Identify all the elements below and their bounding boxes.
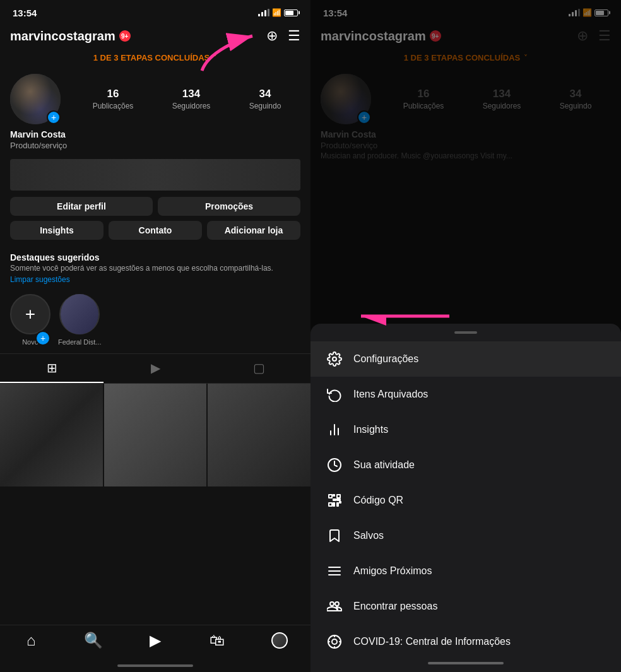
reels-nav-icon-left: ▶ <box>150 632 161 649</box>
profile-info-left: Marvin Costa Produto/serviço <box>0 129 310 155</box>
profile-stats-left: 16 Publicações 134 Seguidores 34 Seguind… <box>73 88 300 110</box>
settings-icon <box>326 350 343 368</box>
post-tabs-left: ⊞ ▶ ▢ <box>0 353 310 384</box>
avatar-add-btn-left[interactable]: + <box>47 110 61 124</box>
username-text-left: marvincostagram <box>10 29 115 44</box>
profile-bio-blurred-left <box>10 159 300 191</box>
highlights-title-left: Destaques sugeridos <box>10 252 300 262</box>
covid-icon <box>326 633 343 651</box>
post-cell-2-left[interactable] <box>104 384 207 486</box>
menu-item-activity[interactable]: Sua atividade <box>310 447 621 483</box>
highlight-federal-label-left: Federal Dist... <box>58 338 101 346</box>
right-phone-screen: 13:54 📶 marvincostagram 9+ ⊕ ☰ 1 DE 3 ET… <box>310 0 621 672</box>
nav-home-left[interactable]: ⌂ <box>0 632 62 649</box>
menu-handle-right <box>454 331 477 334</box>
nav-avatar-left <box>271 632 288 649</box>
menu-item-close-friends[interactable]: Amigos Próximos <box>310 553 621 589</box>
stat-followers-left: 134 Seguidores <box>172 88 211 110</box>
menu-item-qr[interactable]: Código QR <box>310 483 621 518</box>
highlight-add-circle-left: + <box>10 294 50 334</box>
highlight-federal-img-left <box>61 294 98 334</box>
nav-search-left[interactable]: 🔍 <box>62 632 124 649</box>
action-buttons-row1-left: Editar perfil Promoções <box>0 197 310 221</box>
avatar-wrapper-left: + <box>10 74 61 124</box>
menu-item-saved[interactable]: Salvos <box>310 518 621 553</box>
highlight-new-left[interactable]: + Novo <box>10 294 50 346</box>
search-icon-left: 🔍 <box>84 632 103 649</box>
edit-profile-btn-left[interactable]: Editar perfil <box>10 197 153 216</box>
highlights-subtitle-left: Somente você poderá ver as sugestões a m… <box>10 264 300 273</box>
stat-publications-left: 16 Publicações <box>93 88 134 110</box>
home-indicator-right <box>428 662 504 664</box>
svg-rect-11 <box>337 499 340 500</box>
svg-rect-10 <box>333 499 336 500</box>
wifi-icon-left: 📶 <box>272 8 281 17</box>
grid-icon-left: ⊞ <box>47 360 57 375</box>
archive-icon <box>326 386 343 403</box>
highlight-new-label-left: Novo <box>22 338 38 346</box>
menu-item-qr-label: Código QR <box>353 495 403 506</box>
post-grid-left <box>0 384 310 625</box>
menu-overlay-right: Configurações Itens Arquivados Insigh <box>310 324 621 672</box>
post-tab-grid-left[interactable]: ⊞ <box>0 354 104 383</box>
home-icon-left: ⌂ <box>27 632 36 649</box>
notification-badge-left: 9+ <box>119 30 131 42</box>
menu-item-activity-label: Sua atividade <box>353 459 415 471</box>
highlights-header-left: Destaques sugeridos Somente você poderá … <box>0 247 310 286</box>
post-tab-tagged-left[interactable]: ▢ <box>207 354 310 383</box>
menu-item-covid-label: COVID-19: Central de Informações <box>353 636 511 647</box>
promotions-btn-left[interactable]: Promoções <box>158 197 300 216</box>
menu-item-saved-label: Salvos <box>353 530 384 541</box>
post-cell-1-left[interactable] <box>0 384 103 486</box>
ig-header-left: marvincostagram 9+ ⊕ ☰ <box>0 23 310 49</box>
tagged-icon-left: ▢ <box>253 360 265 377</box>
shop-icon-left: 🛍 <box>210 632 225 649</box>
menu-item-archive[interactable]: Itens Arquivados <box>310 377 621 412</box>
nav-reels-left[interactable]: ▶ <box>124 632 186 649</box>
nav-shop-left[interactable]: 🛍 <box>186 632 248 649</box>
status-time-left: 13:54 <box>13 8 37 18</box>
stat-following-left: 34 Seguindo <box>249 88 281 110</box>
svg-rect-7 <box>337 495 340 498</box>
menu-item-find-people[interactable]: Encontrar pessoas <box>310 589 621 624</box>
hamburger-icon-left[interactable]: ☰ <box>288 28 300 44</box>
svg-rect-13 <box>337 503 338 506</box>
username-left: marvincostagram 9+ <box>10 29 131 44</box>
menu-item-covid[interactable]: COVID-19: Central de Informações <box>310 624 621 659</box>
stat-number-2-left: 34 <box>259 88 271 100</box>
highlight-federal-left[interactable]: Federal Dist... <box>58 294 101 346</box>
menu-item-archive-label: Itens Arquivados <box>353 389 428 400</box>
highlights-link-left[interactable]: Limpar sugestões <box>10 275 300 284</box>
post-cell-3-left[interactable] <box>208 384 310 486</box>
svg-rect-8 <box>329 503 332 506</box>
menu-item-insights[interactable]: Insights <box>310 412 621 447</box>
saved-icon <box>326 527 343 545</box>
stat-number-1-left: 134 <box>182 88 200 100</box>
home-indicator-left <box>117 664 193 667</box>
left-phone-screen: 13:54 📶 marvincostagram 9+ ⊕ ☰ 1 DE 3 ET… <box>0 0 310 672</box>
signal-icon-left <box>258 9 269 16</box>
reels-icon-left: ▶ <box>151 360 160 377</box>
insights-btn-left[interactable]: Insights <box>10 221 104 240</box>
menu-item-settings[interactable]: Configurações <box>310 341 621 377</box>
steps-banner-left[interactable]: 1 DE 3 ETAPAS CONCLUÍDAS ˅ <box>0 49 310 66</box>
contact-btn-left[interactable]: Contato <box>109 221 202 240</box>
activity-icon <box>326 456 343 474</box>
svg-rect-6 <box>329 495 332 498</box>
menu-item-settings-label: Configurações <box>353 353 418 365</box>
add-store-btn-left[interactable]: Adicionar loja <box>207 221 300 240</box>
close-friends-icon <box>326 562 343 580</box>
svg-point-19 <box>332 639 337 644</box>
profile-name-left: Marvin Costa <box>10 129 300 139</box>
stat-label-2-left: Seguindo <box>249 102 281 110</box>
profile-category-left: Produto/serviço <box>10 141 300 150</box>
post-tab-reels-left[interactable]: ▶ <box>104 354 207 383</box>
highlights-scroll-left: + Novo Federal Dist... <box>0 286 310 353</box>
steps-text-left: 1 DE 3 ETAPAS CONCLUÍDAS <box>93 53 210 62</box>
stat-label-0-left: Publicações <box>93 102 134 110</box>
steps-chevron-left: ˅ <box>213 54 217 62</box>
add-post-icon-left[interactable]: ⊕ <box>266 28 278 44</box>
profile-section-left: + 16 Publicações 134 Seguidores 34 Segui… <box>0 66 310 129</box>
status-bar-left: 13:54 📶 <box>0 0 310 23</box>
nav-profile-left[interactable] <box>249 632 310 649</box>
